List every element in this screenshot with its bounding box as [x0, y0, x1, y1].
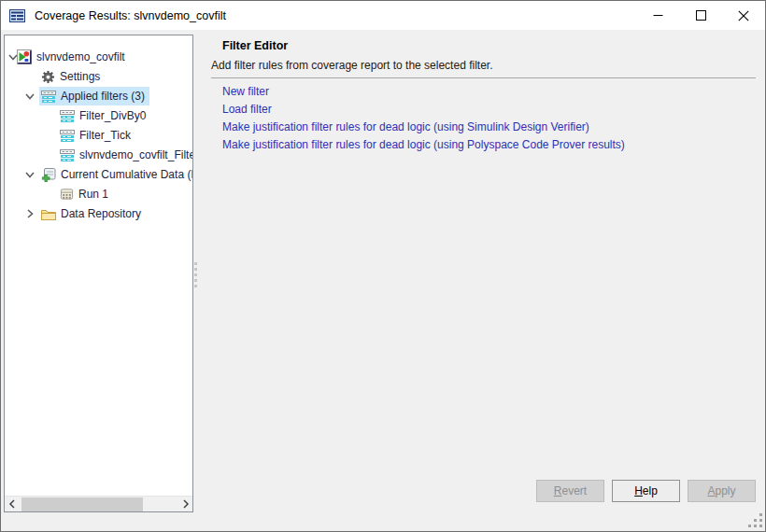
tree-item-label: Applied filters (3)	[61, 90, 145, 103]
window-resize-grip[interactable]	[748, 513, 751, 516]
heading-separator	[211, 77, 756, 78]
minimize-icon	[653, 10, 663, 21]
filter-table-icon	[60, 149, 75, 161]
apply-button[interactable]: Apply	[688, 480, 756, 502]
title-bar: Coverage Results: slvnvdemo_covfilt	[1, 1, 765, 30]
simulink-model-icon	[17, 49, 32, 64]
apply-button-label: Apply	[707, 484, 735, 497]
load-filter-link[interactable]: Load filter	[222, 103, 625, 120]
results-tree: slvnvdemo_covfilt	[5, 48, 192, 224]
tree-item-label: slvnvdemo_covfilt	[36, 50, 125, 63]
tree-item-current-cumulative-data[interactable]: Current Cumulative Data (H)	[5, 165, 192, 185]
coverage-table-app-icon	[9, 9, 25, 22]
tree-item-slvnvdemo-covfilt[interactable]: slvnvdemo_covfilt	[5, 48, 192, 67]
new-filter-link[interactable]: New filter	[222, 85, 625, 103]
tree-item-filter-tick[interactable]: Filter_Tick	[5, 126, 192, 146]
folder-icon	[41, 208, 56, 220]
tree-item-data-repository[interactable]: Data Repository	[5, 204, 192, 224]
gear-icon	[41, 70, 55, 84]
maximize-button[interactable]	[679, 1, 722, 30]
tree-item-label: slvnvdemo_covfilt_Filter	[79, 148, 193, 161]
revert-button[interactable]: Revert	[536, 480, 604, 502]
tree-item-settings[interactable]: Settings	[5, 67, 192, 87]
coverage-results-window: Coverage Results: slvnvdemo_covfilt	[0, 0, 766, 532]
tree-item-label: Filter_Tick	[79, 129, 131, 142]
tree-horizontal-scrollbar[interactable]	[5, 496, 192, 511]
maximize-icon	[696, 10, 706, 21]
window-controls	[636, 1, 765, 30]
window-title: Coverage Results: slvnvdemo_covfilt	[35, 9, 226, 22]
filter-table-icon	[41, 91, 56, 103]
revert-button-label: Revert	[554, 484, 587, 497]
tree-item-label: Run 1	[78, 188, 108, 201]
chevron-down-icon[interactable]	[23, 168, 36, 181]
tree-item-slvnvdemo-covfilt-filter[interactable]: slvnvdemo_covfilt_Filter	[5, 146, 192, 165]
scroll-right-arrow-icon[interactable]	[178, 497, 192, 512]
minimize-button[interactable]	[636, 1, 679, 30]
help-button[interactable]: Help	[612, 480, 680, 502]
chevron-right-icon[interactable]	[23, 207, 36, 220]
scrollbar-track[interactable]	[19, 497, 178, 512]
tree-item-filter-divby0[interactable]: Filter_DivBy0	[5, 106, 192, 126]
scrollbar-thumb[interactable]	[21, 497, 143, 511]
filter-action-links: New filter Load filter Make justificatio…	[222, 85, 625, 156]
help-button-label: Help	[634, 484, 658, 497]
results-tree-panel: slvnvdemo_covfilt	[4, 35, 193, 512]
scroll-left-arrow-icon[interactable]	[5, 497, 19, 512]
filter-table-icon	[60, 130, 75, 142]
close-icon	[738, 10, 749, 21]
cumulative-data-icon	[41, 167, 56, 182]
tree-item-label: Filter_DivBy0	[79, 109, 146, 122]
tree-item-applied-filters[interactable]: Applied filters (3)	[5, 87, 192, 106]
filter-editor-heading: Filter Editor	[222, 39, 288, 52]
tree-item-label: Settings	[60, 70, 100, 83]
tree-item-label: Current Cumulative Data (H)	[61, 168, 193, 181]
justify-dead-logic-sldv-link[interactable]: Make justification filter rules for dead…	[222, 120, 625, 138]
justify-dead-logic-polyspace-link[interactable]: Make justification filter rules for dead…	[222, 138, 625, 156]
run-icon	[60, 188, 74, 201]
filter-table-icon	[60, 110, 75, 122]
panel-splitter-handle[interactable]	[194, 262, 197, 265]
filter-editor-description: Add filter rules from coverage report to…	[211, 59, 492, 72]
selected-row-highlight: Applied filters (3)	[39, 87, 149, 105]
tree-item-label: Data Repository	[61, 207, 141, 220]
close-button[interactable]	[722, 1, 765, 30]
chevron-down-icon[interactable]	[23, 90, 36, 103]
tree-item-run-1[interactable]: Run 1	[5, 185, 192, 204]
